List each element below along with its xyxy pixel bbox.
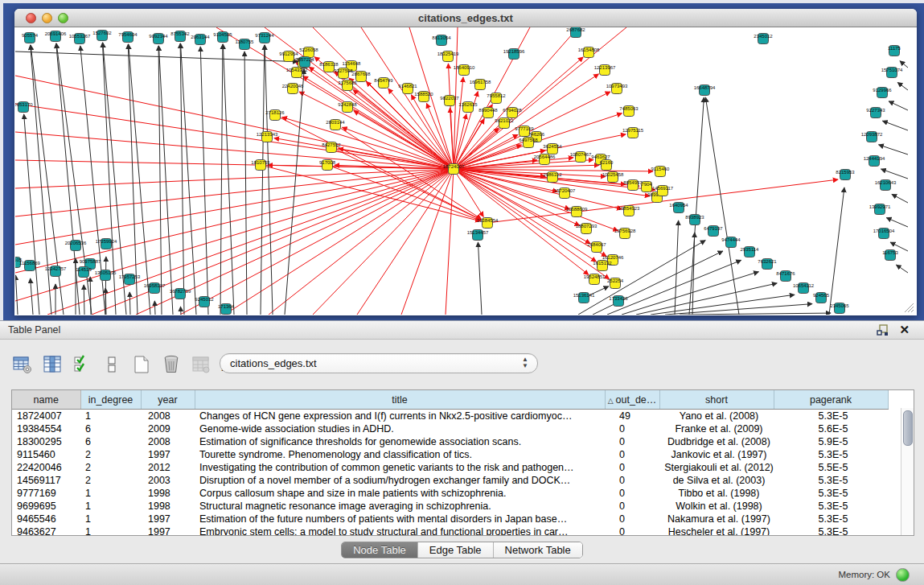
table-cell[interactable]: 2003: [141, 474, 195, 487]
table-cell[interactable]: 0: [605, 448, 659, 461]
network-graph[interactable]: 1872400799129545226058932750381863281154…: [15, 27, 916, 315]
table-cell[interactable]: 5.6E-5: [774, 422, 888, 435]
table-cell[interactable]: 19384554: [12, 422, 80, 435]
table-row[interactable]: 969969511998Structural magnetic resonanc…: [12, 500, 888, 513]
table-cell[interactable]: 1997: [141, 525, 195, 536]
table-cell[interactable]: 5.3E-5: [774, 448, 888, 461]
table-cell[interactable]: Corpus callosum shape and size in male p…: [195, 487, 605, 500]
memory-status-icon[interactable]: [896, 568, 910, 582]
float-panel-icon[interactable]: [877, 324, 889, 336]
table-cell[interactable]: 0: [605, 435, 659, 448]
table-cell[interactable]: Wolkin et al. (1998): [659, 500, 774, 513]
table-settings-icon[interactable]: [11, 353, 34, 376]
table-cell[interactable]: Embryonic stem cells: a model to study s…: [195, 525, 605, 536]
table-scrollbar[interactable]: [901, 408, 914, 535]
table-scrollbar-thumb[interactable]: [903, 410, 913, 446]
table-cell[interactable]: 18724007: [12, 410, 80, 423]
table-cell[interactable]: 1: [80, 410, 141, 423]
delete-column-icon[interactable]: [160, 353, 183, 376]
table-cell[interactable]: Hescheler et al. (1997): [659, 525, 774, 536]
table-cell[interactable]: 0: [605, 461, 659, 474]
column-header-pagerank[interactable]: pagerank: [774, 390, 888, 410]
table-cell[interactable]: 0: [605, 513, 659, 525]
table-cell[interactable]: 5.3E-5: [774, 410, 888, 423]
table-cell[interactable]: 1997: [141, 513, 195, 525]
table-cell[interactable]: 5.3E-5: [774, 500, 888, 513]
table-cell[interactable]: 9115460: [12, 448, 80, 461]
table-cell[interactable]: 1: [80, 513, 141, 525]
table-cell[interactable]: Investigating the contribution of common…: [195, 461, 605, 474]
table-row[interactable]: 1456911722003Disruption of a novel membe…: [12, 474, 888, 487]
tab-edge-table[interactable]: Edge Table: [418, 542, 494, 558]
table-cell[interactable]: Yano et al. (2008): [659, 410, 774, 423]
table-selector-dropdown[interactable]: citations_edges.txt ▲▼: [220, 353, 538, 373]
table-cell[interactable]: 22420046: [12, 461, 80, 474]
table-row[interactable]: 946362711997Embryonic stem cells: a mode…: [12, 525, 888, 536]
table-cell[interactable]: 9465546: [12, 513, 80, 525]
column-header-out_de[interactable]: △out_de…: [605, 390, 659, 410]
table-cell[interactable]: Estimation of significance thresholds fo…: [195, 435, 605, 448]
table-cell[interactable]: Dudbridge et al. (2008): [659, 435, 774, 448]
table-cell[interactable]: Stergiakouli et al. (2012): [659, 461, 774, 474]
table-cell[interactable]: 1: [80, 500, 141, 513]
table-cell[interactable]: Jankovic et al. (1997): [659, 448, 774, 461]
network-canvas[interactable]: 1872400799129545226058932750381863281154…: [15, 27, 916, 315]
column-header-short[interactable]: short: [659, 390, 774, 410]
table-cell[interactable]: Nakamura et al. (1997): [659, 513, 774, 525]
close-panel-icon[interactable]: ✕: [899, 323, 910, 336]
table-cell[interactable]: 5.3E-5: [774, 487, 888, 500]
table-cell[interactable]: 2: [80, 461, 141, 474]
table-cell[interactable]: Genome-wide association studies in ADHD.: [195, 422, 605, 435]
table-cell[interactable]: 0: [605, 422, 659, 435]
table-cell[interactable]: Changes of HCN gene expression and I(f) …: [195, 410, 605, 423]
table-cell[interactable]: 18300295: [12, 435, 80, 448]
table-row[interactable]: 1872400712008Changes of HCN gene express…: [12, 410, 888, 423]
table-cell[interactable]: 6: [80, 435, 141, 448]
table-cell[interactable]: de Silva et al. (2003): [659, 474, 774, 487]
table-cell[interactable]: Tibbo et al. (1998): [659, 487, 774, 500]
table-cell[interactable]: 49: [605, 410, 659, 423]
table-cell[interactable]: 2008: [141, 410, 195, 423]
table-cell[interactable]: 6: [80, 422, 141, 435]
table-cell[interactable]: 0: [605, 525, 659, 536]
table-cell[interactable]: 0: [605, 500, 659, 513]
table-row[interactable]: 2242004622012Investigating the contribut…: [12, 461, 888, 474]
table-cell[interactable]: 1: [80, 525, 141, 536]
table-row[interactable]: 1830029562008Estimation of significance …: [12, 435, 888, 448]
select-rows-icon[interactable]: [71, 353, 93, 376]
table-cell[interactable]: 9699695: [12, 500, 80, 513]
table-cell[interactable]: Franke et al. (2009): [659, 422, 774, 435]
table-cell[interactable]: 14569117: [12, 474, 80, 487]
network-window-titlebar[interactable]: citations_edges.txt: [14, 9, 917, 27]
column-header-title[interactable]: title: [195, 390, 605, 410]
table-cell[interactable]: 2: [80, 448, 141, 461]
column-stack-icon[interactable]: [101, 353, 123, 376]
window-resize-grip[interactable]: [901, 300, 914, 313]
table-row[interactable]: 977716911998Corpus callosum shape and si…: [12, 487, 888, 500]
table-cell[interactable]: Estimation of the future numbers of pati…: [195, 513, 605, 525]
table-cell[interactable]: 5.3E-5: [774, 525, 888, 536]
table-cell[interactable]: 1998: [141, 487, 195, 500]
table-cell[interactable]: 1997: [141, 448, 195, 461]
table-row[interactable]: 1938455462009Genome-wide association stu…: [12, 422, 888, 435]
table-cell[interactable]: 1: [80, 487, 141, 500]
table-cell[interactable]: Tourette syndrome. Phenomenology and cla…: [195, 448, 605, 461]
table-cell[interactable]: 5.9E-5: [774, 435, 888, 448]
table-cell[interactable]: 2012: [141, 461, 195, 474]
table-row[interactable]: 946554611997Estimation of the future num…: [12, 513, 888, 525]
table-cell[interactable]: Structural magnetic resonance image aver…: [195, 500, 605, 513]
table-cell[interactable]: 5.3E-5: [774, 513, 888, 525]
column-header-in_degree[interactable]: in_degree: [80, 390, 141, 410]
table-cell[interactable]: 0: [605, 474, 659, 487]
table-cell[interactable]: 2: [80, 474, 141, 487]
table-cell[interactable]: 9777169: [12, 487, 80, 500]
table-cell[interactable]: 1998: [141, 500, 195, 513]
table-cell[interactable]: 2008: [141, 435, 195, 448]
table-column-icon[interactable]: [41, 353, 64, 376]
table-cell[interactable]: 0: [605, 487, 659, 500]
new-column-icon[interactable]: [130, 353, 153, 376]
column-header-name[interactable]: name: [12, 390, 80, 410]
table-cell[interactable]: Disruption of a novel member of a sodium…: [195, 474, 605, 487]
table-cell[interactable]: 9463627: [12, 525, 80, 536]
table-cell[interactable]: 2009: [141, 422, 195, 435]
